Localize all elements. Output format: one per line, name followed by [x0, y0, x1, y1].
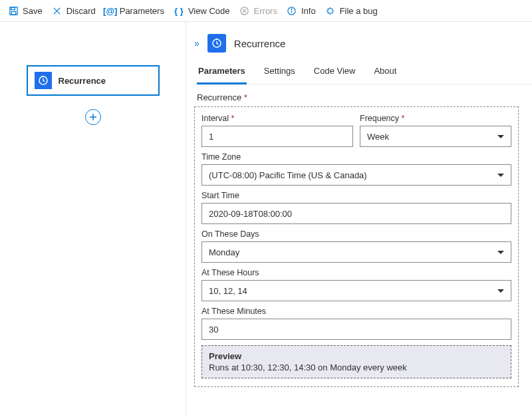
- parameters-button[interactable]: [@] Parameters: [105, 5, 164, 16]
- info-label: Info: [301, 6, 316, 16]
- svg-rect-1: [11, 7, 15, 9]
- discard-icon: [52, 5, 63, 16]
- chevron-down-icon: [497, 289, 504, 293]
- hours-select[interactable]: 10, 12, 14: [201, 280, 511, 301]
- tab-settings[interactable]: Settings: [263, 62, 297, 84]
- recurrence-icon: [35, 72, 52, 89]
- interval-input[interactable]: 1: [201, 126, 353, 147]
- timezone-label: Time Zone: [201, 152, 511, 162]
- panel-recurrence-icon: [207, 34, 226, 53]
- hours-label: At These Hours: [201, 268, 511, 277]
- starttime-input[interactable]: 2020-09-18T08:00:00: [201, 203, 511, 224]
- frequency-select[interactable]: Week: [360, 126, 511, 147]
- days-label: On These Days: [201, 229, 511, 239]
- minutes-input[interactable]: 30: [201, 319, 511, 340]
- interval-label: Interval: [201, 114, 353, 123]
- tab-parameters[interactable]: Parameters: [197, 62, 247, 84]
- bug-label: File a bug: [340, 6, 378, 16]
- save-icon: [8, 5, 19, 16]
- bug-icon: [325, 5, 336, 16]
- preview-box: Preview Runs at 10:30, 12:30, 14:30 on M…: [201, 345, 511, 378]
- trigger-card-recurrence[interactable]: Recurrence: [27, 65, 160, 96]
- collapse-panel-button[interactable]: »: [194, 38, 200, 49]
- tab-codeview[interactable]: Code View: [313, 62, 357, 84]
- errors-label: Errors: [254, 6, 277, 16]
- discard-label: Discard: [66, 6, 96, 16]
- starttime-label: Start Time: [201, 191, 511, 200]
- preview-header: Preview: [209, 351, 504, 361]
- svg-rect-2: [11, 11, 16, 15]
- save-button[interactable]: Save: [8, 5, 43, 16]
- viewcode-label: View Code: [188, 6, 230, 16]
- chevron-down-icon: [497, 251, 504, 254]
- timezone-select[interactable]: (UTC-08:00) Pacific Time (US & Canada): [201, 164, 511, 186]
- svg-point-5: [291, 9, 292, 9]
- designer-canvas: Recurrence: [0, 22, 186, 417]
- trigger-card-label: Recurrence: [59, 76, 106, 86]
- minutes-label: At These Minutes: [201, 307, 511, 316]
- panel-title: Recurrence: [234, 38, 286, 49]
- preview-text: Runs at 10:30, 12:30, 14:30 on Monday ev…: [209, 362, 504, 372]
- tab-about[interactable]: About: [372, 62, 398, 84]
- details-panel: » Recurrence Parameters Settings Code Vi…: [186, 22, 532, 417]
- errors-button: Errors: [239, 5, 277, 16]
- parameters-icon: [@]: [105, 5, 116, 16]
- top-toolbar: Save Discard [@] Parameters { } View Cod…: [0, 0, 532, 22]
- errors-icon: [239, 5, 250, 16]
- save-label: Save: [23, 6, 43, 16]
- days-select[interactable]: Monday: [201, 241, 511, 263]
- frequency-label: Frequency: [360, 114, 511, 123]
- info-button[interactable]: Info: [287, 5, 316, 16]
- recurrence-form: Interval 1 Frequency Week Time Zone (UTC…: [194, 106, 519, 387]
- panel-tabs: Parameters Settings Code View About: [194, 62, 532, 84]
- add-step-button[interactable]: [85, 109, 101, 125]
- info-icon: [287, 5, 297, 16]
- chevron-down-icon: [497, 174, 504, 177]
- section-label-recurrence: Recurrence: [197, 92, 532, 102]
- file-bug-button[interactable]: File a bug: [325, 5, 378, 16]
- parameters-label: Parameters: [120, 6, 164, 16]
- chevron-down-icon: [497, 135, 504, 138]
- discard-button[interactable]: Discard: [52, 5, 96, 16]
- viewcode-button[interactable]: { } View Code: [174, 5, 230, 16]
- viewcode-icon: { }: [174, 5, 184, 16]
